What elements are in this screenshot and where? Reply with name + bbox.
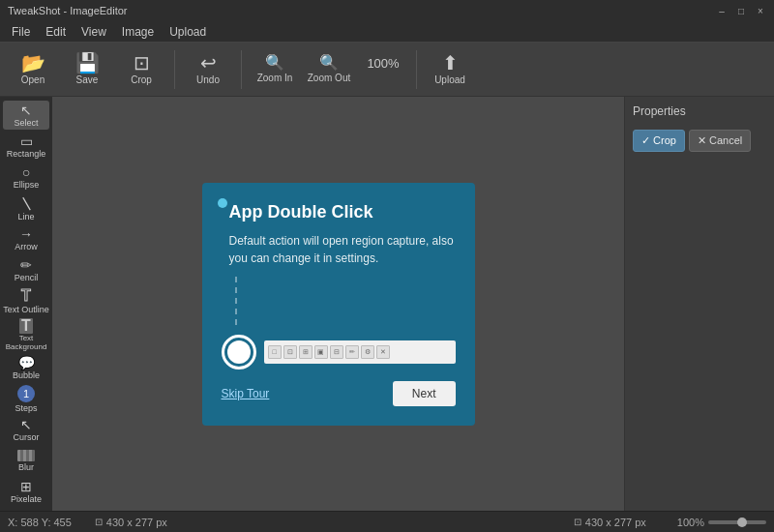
mini-btn-5: ⊟ (330, 345, 343, 359)
crop-button[interactable]: ⊡ Crop (116, 46, 166, 93)
tool-ellipse[interactable]: ○ Ellipse (3, 163, 49, 192)
tool-text-background[interactable]: T Text Background (3, 318, 49, 352)
menu-upload[interactable]: Upload (162, 23, 214, 41)
mini-btn-8: ✕ (376, 345, 390, 359)
crop-icon: ⊡ (134, 53, 150, 73)
next-button[interactable]: Next (393, 381, 456, 406)
upload-icon: ⬆ (442, 53, 459, 73)
toolbar: 📂 Open 💾 Save ⊡ Crop ↩ Undo 🔍 Zoom In 🔍 … (0, 43, 774, 97)
titlebar-title: TweakShot - ImageEditor (8, 5, 128, 16)
mini-btn-1: □ (268, 345, 282, 359)
size-icon-status: ⊡ (574, 517, 581, 527)
rectangle-icon: ▭ (20, 134, 33, 148)
menu-file[interactable]: File (4, 23, 38, 41)
tool-select[interactable]: ↖ Select (3, 101, 49, 130)
maximize-button[interactable]: □ (735, 5, 747, 16)
statusbar-coordinates: X: 588 Y: 455 (8, 517, 72, 528)
tour-indicator-row: □ ⊡ ⊞ ▣ ⊟ ✏ ⚙ ✕ (222, 335, 456, 369)
zoom-100-icon: 100% (367, 57, 399, 70)
menubar: File Edit View Image Upload (0, 21, 774, 43)
tool-blur[interactable]: Blur (3, 447, 49, 476)
right-panel: Properties ✓ Crop ✕ Cancel (624, 97, 774, 511)
skip-tour-link[interactable]: Skip Tour (222, 387, 270, 400)
tool-steps[interactable]: 1 Steps (3, 384, 49, 413)
bubble-icon: 💬 (18, 356, 35, 369)
zoom-out-icon: 🔍 (319, 55, 339, 71)
mini-btn-2: ⊡ (283, 345, 297, 359)
zoom-in-icon: 🔍 (265, 55, 284, 71)
zoom-out-button[interactable]: 🔍 Zoom Out (304, 46, 354, 93)
tool-line[interactable]: | Line (3, 193, 49, 222)
statusbar-zoom: 100% (677, 517, 766, 528)
menu-image[interactable]: Image (114, 23, 162, 41)
tool-pencil[interactable]: ✏ Pencil (3, 256, 49, 285)
cursor-icon: ↖ (20, 418, 32, 431)
cancel-button[interactable]: ✕ Cancel (689, 130, 751, 152)
text-outline-icon: T (21, 288, 31, 304)
tool-cursor[interactable]: ↖ Cursor (3, 416, 49, 445)
zoom-handle (737, 517, 747, 527)
tour-circle-inner (227, 340, 251, 364)
properties-buttons: ✓ Crop ✕ Cancel (633, 130, 766, 152)
mini-btn-3: ⊞ (299, 345, 313, 359)
main-layout: ↖ Select ▭ Rectangle ○ Ellipse | Line → … (0, 97, 774, 511)
minimize-button[interactable]: – (716, 5, 728, 16)
close-button[interactable]: × (755, 5, 766, 16)
tool-text-outline[interactable]: T Text Outline (3, 287, 49, 316)
pencil-icon: ✏ (20, 258, 32, 272)
crop-apply-button[interactable]: ✓ Crop (633, 130, 685, 152)
upload-button[interactable]: ⬆ Upload (425, 46, 475, 93)
mini-btn-7: ⚙ (361, 345, 374, 359)
statusbar-size2: ⊡ 430 x 277 px (574, 517, 646, 528)
toolbar-separator-3 (416, 50, 417, 89)
tour-dot (218, 198, 227, 208)
statusbar: X: 588 Y: 455 ⊡ 430 x 277 px ⊡ 430 x 277… (0, 511, 774, 532)
mini-btn-6: ✏ (345, 345, 359, 359)
left-sidebar: ↖ Select ▭ Rectangle ○ Ellipse | Line → … (0, 97, 52, 511)
tool-pixelate[interactable]: ⊞ Pixelate (3, 478, 49, 507)
crop-icon-status: ⊡ (95, 517, 103, 527)
undo-button[interactable]: ↩ Undo (183, 46, 233, 93)
zoom-in-button[interactable]: 🔍 Zoom In (250, 46, 300, 93)
mini-btn-4: ▣ (314, 345, 328, 359)
titlebar-controls: – □ × (716, 5, 766, 16)
properties-title: Properties (633, 104, 766, 118)
tour-circle-indicator (222, 335, 256, 369)
open-icon: 📂 (21, 53, 45, 73)
line-icon: | (20, 195, 32, 211)
ellipse-icon: ○ (22, 165, 30, 179)
tour-title: App Double Click (222, 202, 456, 222)
open-button[interactable]: 📂 Open (8, 46, 58, 93)
tool-bubble[interactable]: 💬 Bubble (3, 353, 49, 382)
menu-view[interactable]: View (74, 23, 114, 41)
text-background-icon: T (19, 318, 33, 334)
zoom-100-button[interactable]: 100% 100% (358, 46, 408, 93)
zoom-level: 100% (677, 517, 704, 528)
tool-rectangle[interactable]: ▭ Rectangle (3, 132, 49, 161)
blur-icon (17, 450, 35, 461)
pixelate-icon: ⊞ (20, 480, 32, 493)
tour-dashed-line (235, 277, 456, 325)
toolbar-separator-2 (241, 50, 242, 89)
steps-icon: 1 (17, 385, 35, 402)
save-icon: 💾 (75, 53, 100, 73)
toolbar-separator (174, 50, 175, 89)
statusbar-size1: ⊡ 430 x 277 px (95, 517, 167, 528)
tour-description: Default action will open region capture,… (222, 232, 456, 267)
tool-arrow[interactable]: → Arrow (3, 224, 49, 253)
save-button[interactable]: 💾 Save (62, 46, 112, 93)
titlebar: TweakShot - ImageEditor – □ × (0, 0, 774, 21)
menu-edit[interactable]: Edit (38, 23, 74, 41)
tour-dialog: App Double Click Default action will ope… (202, 183, 475, 426)
select-icon: ↖ (20, 103, 32, 117)
undo-icon: ↩ (200, 53, 217, 73)
canvas-area: App Double Click Default action will ope… (52, 97, 624, 511)
zoom-slider[interactable] (708, 520, 766, 524)
tour-footer: Skip Tour Next (222, 381, 456, 406)
arrow-icon: → (19, 227, 33, 241)
tour-mini-toolbar: □ ⊡ ⊞ ▣ ⊟ ✏ ⚙ ✕ (264, 340, 456, 364)
